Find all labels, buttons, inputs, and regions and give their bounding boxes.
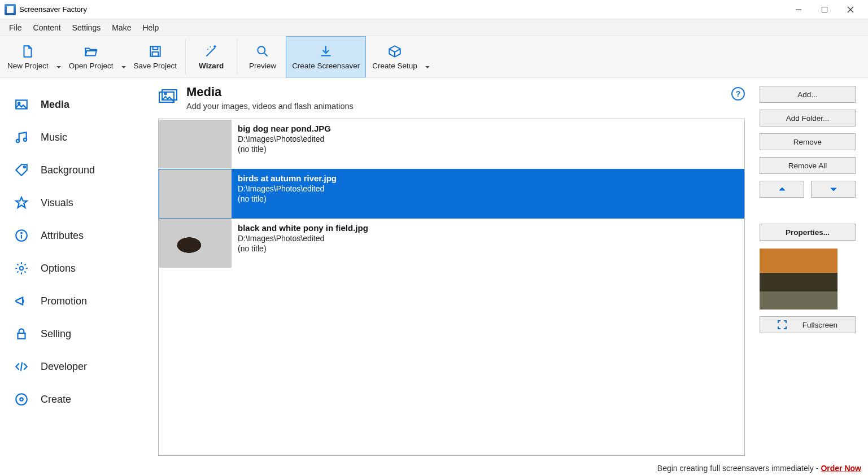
media-path: D:\Images\Photos\edited bbox=[238, 134, 331, 143]
wizard-button[interactable]: Wizard bbox=[188, 36, 234, 77]
svg-rect-5 bbox=[153, 46, 158, 49]
sidebar: Media Music Background Visuals Attribute… bbox=[0, 78, 154, 461]
toolbar-label: Open Project bbox=[69, 62, 114, 70]
svg-point-7 bbox=[258, 46, 265, 54]
sidebar-item-options[interactable]: Options bbox=[8, 252, 149, 285]
media-thumbnail bbox=[159, 169, 232, 218]
svg-point-18 bbox=[16, 394, 27, 405]
media-filename: big dog near pond.JPG bbox=[238, 124, 331, 133]
media-filename: black and white pony in field.jpg bbox=[238, 223, 368, 233]
app-title: Screensaver Factory bbox=[19, 5, 87, 14]
media-thumbnail bbox=[159, 219, 232, 268]
media-header-icon bbox=[158, 87, 178, 107]
add-button[interactable]: Add... bbox=[760, 86, 856, 103]
menu-make[interactable]: Make bbox=[106, 22, 137, 33]
statusbar: Begin creating full screensavers immedia… bbox=[0, 461, 868, 475]
media-thumbnail bbox=[159, 120, 232, 168]
status-text: Begin creating full screensavers immedia… bbox=[657, 464, 819, 473]
open-project-button[interactable]: Open Project bbox=[63, 36, 120, 77]
media-row[interactable]: big dog near pond.JPG D:\Images\Photos\e… bbox=[159, 119, 744, 169]
media-filename: birds at autumn river.jpg bbox=[238, 173, 337, 183]
media-row[interactable]: birds at autumn river.jpg D:\Images\Phot… bbox=[159, 169, 744, 219]
sidebar-item-label: Music bbox=[41, 132, 67, 143]
help-button[interactable]: ? bbox=[731, 87, 745, 101]
media-title: (no title) bbox=[238, 145, 331, 154]
sidebar-item-media[interactable]: Media bbox=[8, 88, 149, 121]
remove-button[interactable]: Remove bbox=[760, 133, 856, 150]
code-icon bbox=[10, 359, 33, 374]
window-maximize-button[interactable] bbox=[812, 0, 838, 19]
svg-rect-17 bbox=[18, 333, 25, 339]
toolbar-separator bbox=[237, 40, 237, 74]
media-title: (no title) bbox=[238, 244, 368, 253]
menubar: File Content Settings Make Help bbox=[0, 19, 868, 36]
media-row[interactable]: black and white pony in field.jpg D:\Ima… bbox=[159, 219, 744, 268]
sidebar-item-label: Create bbox=[41, 394, 71, 406]
save-project-button[interactable]: Save Project bbox=[128, 36, 184, 77]
toolbar-label: Create Screensaver bbox=[292, 62, 360, 70]
toolbar-separator bbox=[185, 40, 186, 74]
megaphone-icon bbox=[10, 294, 33, 308]
page-subtitle: Add your images, videos and flash animat… bbox=[186, 102, 354, 111]
open-project-dropdown[interactable] bbox=[120, 36, 128, 77]
media-list[interactable]: big dog near pond.JPG D:\Images\Photos\e… bbox=[158, 119, 745, 456]
remove-all-button[interactable]: Remove All bbox=[760, 157, 856, 174]
fullscreen-button[interactable]: Fullscreen bbox=[760, 316, 856, 333]
svg-point-15 bbox=[21, 233, 22, 234]
svg-point-10 bbox=[16, 140, 19, 142]
add-folder-button[interactable]: Add Folder... bbox=[760, 110, 856, 127]
search-icon bbox=[255, 43, 271, 59]
media-path: D:\Images\Photos\edited bbox=[238, 184, 337, 193]
window-close-button[interactable] bbox=[838, 0, 863, 19]
sidebar-item-visuals[interactable]: Visuals bbox=[8, 186, 149, 219]
fullscreen-label: Fullscreen bbox=[802, 321, 838, 329]
page-title: Media bbox=[186, 85, 354, 99]
new-project-dropdown[interactable] bbox=[55, 36, 63, 77]
preview-button[interactable]: Preview bbox=[239, 36, 286, 77]
toolbar-label: New Project bbox=[7, 62, 49, 70]
toolbar-label: Save Project bbox=[134, 62, 177, 70]
menu-settings[interactable]: Settings bbox=[67, 22, 107, 33]
sidebar-item-label: Developer bbox=[41, 361, 87, 373]
titlebar: Screensaver Factory bbox=[0, 0, 868, 19]
menu-content[interactable]: Content bbox=[28, 22, 67, 33]
menu-help[interactable]: Help bbox=[137, 22, 164, 33]
menu-file[interactable]: File bbox=[3, 22, 28, 33]
create-screensaver-button[interactable]: Create Screensaver bbox=[286, 36, 366, 77]
magic-wand-icon bbox=[203, 43, 219, 59]
folder-open-icon bbox=[83, 43, 99, 59]
sidebar-item-background[interactable]: Background bbox=[8, 154, 149, 186]
fullscreen-icon bbox=[778, 320, 787, 329]
svg-rect-1 bbox=[822, 7, 827, 12]
move-down-button[interactable] bbox=[811, 181, 856, 198]
music-icon bbox=[10, 130, 33, 145]
sidebar-item-attributes[interactable]: Attributes bbox=[8, 219, 149, 252]
svg-point-19 bbox=[20, 398, 23, 400]
svg-rect-6 bbox=[152, 52, 158, 56]
package-icon bbox=[387, 43, 403, 59]
new-project-button[interactable]: New Project bbox=[1, 36, 55, 77]
image-icon bbox=[10, 97, 33, 112]
info-icon bbox=[10, 228, 33, 243]
window-minimize-button[interactable] bbox=[786, 0, 812, 19]
toolbar-label: Create Setup bbox=[372, 62, 417, 70]
sidebar-item-create[interactable]: Create bbox=[8, 383, 149, 416]
sidebar-item-music[interactable]: Music bbox=[8, 121, 149, 154]
order-now-link[interactable]: Order Now bbox=[821, 464, 861, 473]
sidebar-item-selling[interactable]: Selling bbox=[8, 317, 149, 350]
disc-icon bbox=[10, 392, 33, 407]
preview-thumbnail bbox=[760, 249, 838, 310]
save-icon bbox=[147, 43, 163, 59]
move-up-button[interactable] bbox=[760, 181, 804, 198]
sidebar-item-label: Attributes bbox=[41, 230, 84, 242]
sidebar-item-label: Background bbox=[41, 164, 95, 176]
create-setup-button[interactable]: Create Setup bbox=[366, 36, 424, 77]
create-setup-dropdown[interactable] bbox=[424, 36, 431, 77]
media-title: (no title) bbox=[238, 194, 337, 203]
tag-icon bbox=[10, 163, 33, 177]
sidebar-item-promotion[interactable]: Promotion bbox=[8, 285, 149, 317]
sidebar-item-label: Promotion bbox=[41, 295, 87, 307]
properties-button[interactable]: Properties... bbox=[760, 224, 856, 241]
sidebar-item-developer[interactable]: Developer bbox=[8, 350, 149, 383]
content-header: Media Add your images, videos and flash … bbox=[158, 85, 745, 111]
